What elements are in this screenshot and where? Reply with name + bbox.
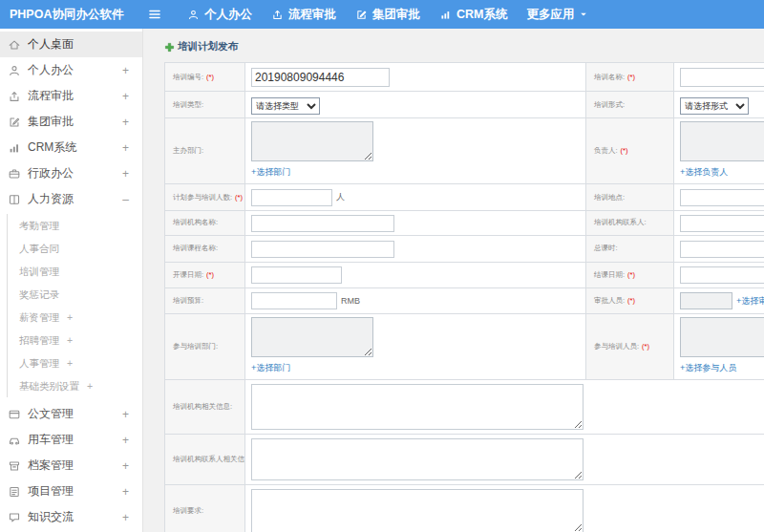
expand-toggle[interactable]: + xyxy=(122,90,129,103)
row-budget-approver: 培训预算: RMB 审批人员:(*) +选择审批人员 xyxy=(165,287,764,313)
location-input[interactable] xyxy=(680,189,764,206)
training-name-input[interactable] xyxy=(680,68,764,87)
training-no-input[interactable] xyxy=(251,68,390,87)
sidebar-item-group-approval[interactable]: 集团审批 + xyxy=(0,109,142,135)
required-mark: (*) xyxy=(621,146,628,155)
sidebar-subitem-salary[interactable]: 薪资管理+ xyxy=(8,306,142,329)
plus-icon xyxy=(164,42,175,53)
join-dept-box[interactable] xyxy=(251,317,373,357)
sidebar-subitem-reward-punish[interactable]: 奖惩记录 xyxy=(8,283,142,306)
sidebar-item-label: 项目管理 xyxy=(28,483,74,500)
select-join-people-link[interactable]: +选择参与人员 xyxy=(680,362,736,374)
org-name-input[interactable] xyxy=(251,215,394,232)
home-icon xyxy=(8,38,21,52)
expand-toggle[interactable]: + xyxy=(67,357,73,369)
select-approver-link[interactable]: +选择审批人员 xyxy=(736,295,764,308)
expand-toggle[interactable]: + xyxy=(122,408,129,421)
sidebar-subitem-recruit[interactable]: 招聘管理+ xyxy=(8,329,142,351)
expand-toggle[interactable]: + xyxy=(67,311,73,323)
car-icon xyxy=(8,434,21,447)
sidebar-item-documents[interactable]: 公文管理 + xyxy=(0,401,142,427)
end-date-input[interactable] xyxy=(680,266,764,284)
sidebar-subitem-training[interactable]: 培训管理 xyxy=(8,260,142,283)
upload-icon xyxy=(271,9,284,21)
row-count-location: 计划参与培训人数:(*) 人 培训地点: xyxy=(165,184,764,211)
label-org-contact-info: 培训机构联系人相关信息: xyxy=(165,434,245,484)
training-type-select[interactable]: 请选择类型 xyxy=(251,97,320,115)
nav-crm-system[interactable]: CRM系统 xyxy=(430,7,517,23)
join-people-box[interactable] xyxy=(680,317,764,357)
expand-toggle[interactable]: + xyxy=(122,511,129,524)
unit-rmb: RMB xyxy=(341,296,360,306)
upload-icon xyxy=(8,90,21,103)
row-training-no-name: 培训编号:(*) 培训名称:(*) xyxy=(165,63,764,92)
label-training-no: 培训编号:(*) xyxy=(165,63,245,92)
sidebar-item-knowledge[interactable]: 知识交流 + xyxy=(0,504,142,530)
row-org-contact-info: 培训机构联系人相关信息: xyxy=(165,434,764,484)
nav-workflow-approval[interactable]: 流程审批 xyxy=(262,7,346,23)
required-mark: (*) xyxy=(627,270,635,279)
sidebar-subitem-hr-contract[interactable]: 人事合同 xyxy=(8,237,142,260)
label-org-name: 培训机构名称: xyxy=(165,211,245,236)
sidebar-item-hr[interactable]: 人力资源 – xyxy=(0,186,142,212)
collapse-toggle[interactable]: – xyxy=(122,193,129,206)
host-dept-box[interactable] xyxy=(251,121,373,161)
row-course-hours: 培训课程名称: 总课时: xyxy=(165,235,764,262)
expand-toggle[interactable]: + xyxy=(122,485,129,499)
page-title-text: 培训计划发布 xyxy=(178,40,238,53)
hamburger-icon[interactable] xyxy=(147,7,162,22)
training-form-select[interactable]: 请选择形式 xyxy=(680,97,749,115)
label-end-date: 结课日期:(*) xyxy=(586,262,674,287)
total-hours-input[interactable] xyxy=(680,241,764,258)
expand-toggle[interactable]: + xyxy=(67,334,73,346)
expand-toggle[interactable]: + xyxy=(122,434,129,447)
approver-box[interactable] xyxy=(680,292,732,309)
org-info-textarea[interactable] xyxy=(251,384,584,430)
caret-down-icon xyxy=(579,10,588,19)
sidebar-subitem-personnel[interactable]: 人事管理+ xyxy=(8,351,142,374)
expand-toggle[interactable]: + xyxy=(122,167,129,181)
label-training-form: 培训形式: xyxy=(586,92,674,118)
requirement-textarea[interactable] xyxy=(251,489,584,532)
org-contact-input[interactable] xyxy=(680,215,764,232)
planned-count-input[interactable] xyxy=(251,189,332,206)
required-mark: (*) xyxy=(206,270,214,279)
archive-icon xyxy=(8,459,21,473)
expand-toggle[interactable]: + xyxy=(122,116,129,129)
sidebar-item-desktop[interactable]: 个人桌面 xyxy=(0,32,142,57)
leader-box[interactable] xyxy=(680,121,764,161)
sidebar-item-admin-office[interactable]: 行政办公 + xyxy=(0,160,142,186)
sidebar-item-label: 人力资源 xyxy=(28,191,74,207)
sidebar-item-archive[interactable]: 档案管理 + xyxy=(0,453,142,479)
select-join-dept-link[interactable]: +选择部门 xyxy=(251,362,290,374)
budget-input[interactable] xyxy=(251,292,337,309)
label-course-name: 培训课程名称: xyxy=(165,235,245,262)
sidebar-subitem-attendance[interactable]: 考勤管理 xyxy=(8,214,142,237)
sidebar-item-workflow-approval[interactable]: 流程审批 + xyxy=(0,83,142,109)
nav-more-apps[interactable]: 更多应用 xyxy=(517,7,598,23)
label-approver: 审批人员:(*) xyxy=(586,287,674,313)
course-name-input[interactable] xyxy=(251,241,394,258)
select-leader-link[interactable]: +选择负责人 xyxy=(680,166,728,179)
label-join-dept: 参与培训部门: xyxy=(165,313,245,379)
sidebar-subitem-base-category[interactable]: 基础类别设置+ xyxy=(8,374,142,397)
org-contact-info-textarea[interactable] xyxy=(251,438,584,480)
start-date-input[interactable] xyxy=(251,266,342,284)
sidebar-item-crm[interactable]: CRM系统 + xyxy=(0,135,142,160)
label-location: 培训地点: xyxy=(586,184,674,211)
sidebar-item-vehicle[interactable]: 用车管理 + xyxy=(0,427,142,453)
expand-toggle[interactable]: + xyxy=(122,459,129,473)
training-plan-form: 培训编号:(*) 培训名称:(*) 培训类型: 请选择类型 培训形式: 请选择形… xyxy=(164,62,764,532)
expand-toggle[interactable]: + xyxy=(87,380,93,392)
sidebar-item-label: 个人办公 xyxy=(28,62,74,78)
expand-toggle[interactable]: + xyxy=(122,64,129,77)
nav-group-approval[interactable]: 集团审批 xyxy=(346,7,430,23)
sidebar-item-label: 档案管理 xyxy=(28,458,74,474)
label-total-hours: 总课时: xyxy=(586,235,674,262)
select-dept-link[interactable]: +选择部门 xyxy=(251,166,290,179)
sidebar-item-project[interactable]: 项目管理 + xyxy=(0,479,142,504)
sidebar-item-personal-office[interactable]: 个人办公 + xyxy=(0,57,142,83)
row-dates: 开课日期:(*) 结课日期:(*) xyxy=(165,262,764,287)
nav-personal-office[interactable]: 个人办公 xyxy=(178,7,262,23)
expand-toggle[interactable]: + xyxy=(122,141,129,155)
